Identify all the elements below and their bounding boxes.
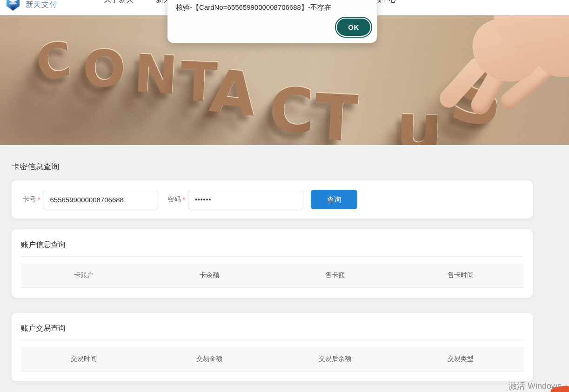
nav-item-about[interactable]: 关于新天 [104, 0, 134, 3]
banner-letter: C [34, 32, 74, 90]
banner-letter: A [207, 56, 260, 130]
transactions-table-header: 交易时间 交易金额 交易后余额 交易类型 [21, 347, 523, 372]
password-label: 密码 [167, 195, 181, 204]
brand-home-link[interactable]: 新天支付 [5, 0, 57, 13]
banner-letter: C [268, 74, 315, 145]
page-title: 卡密信息查询 [12, 161, 59, 172]
divider [21, 340, 523, 340]
transactions-title: 账户交易查询 [21, 313, 523, 333]
column-header: 卡账户 [21, 271, 147, 279]
alert-message: 核验-【CardNo=6556599000008706688】-不存在 [176, 3, 331, 12]
transactions-card: 账户交易查询 交易时间 交易金额 交易后余额 交易类型 [12, 313, 533, 381]
account-info-table-header: 卡账户 卡余额 售卡额 售卡时间 [21, 263, 523, 288]
banner-letter: u [395, 89, 444, 145]
column-header: 售卡额 [272, 271, 398, 279]
account-info-card: 账户信息查询 卡账户 卡余额 售卡额 售卡时间 [12, 229, 533, 298]
required-asterisk: * [38, 196, 40, 203]
column-header: 交易金额 [147, 355, 272, 363]
divider [21, 256, 523, 257]
column-header: 卡余额 [147, 271, 272, 279]
required-asterisk: * [182, 196, 185, 203]
account-info-title: 账户信息查询 [21, 229, 523, 250]
card-no-input[interactable] [43, 190, 158, 209]
nav-item-service-center[interactable]: 服中心 [374, 0, 396, 3]
brand-logo-icon [5, 0, 21, 13]
ok-button[interactable]: OK [337, 19, 370, 36]
alert-dialog: 核验-【CardNo=6556599000008706688】-不存在 OK [167, 0, 377, 43]
banner-letter: T [313, 80, 360, 145]
query-form-card: 卡号 * 密码 * 查询 [12, 180, 533, 219]
card-query-page: 新天支付 关于新天 新天 服中心 C O N T A C T u S 核验-【C… [0, 0, 569, 392]
password-input[interactable] [188, 190, 303, 209]
column-header: 交易后余额 [272, 355, 398, 363]
banner-letter: N [133, 43, 179, 106]
column-header: 交易时间 [21, 355, 147, 363]
brand-name: 新天支付 [26, 0, 57, 10]
card-no-label: 卡号 [23, 195, 36, 204]
banner-letter: O [82, 39, 126, 98]
column-header: 售卡时间 [398, 271, 523, 279]
query-button[interactable]: 查询 [311, 190, 357, 209]
column-header: 交易类型 [398, 355, 523, 363]
